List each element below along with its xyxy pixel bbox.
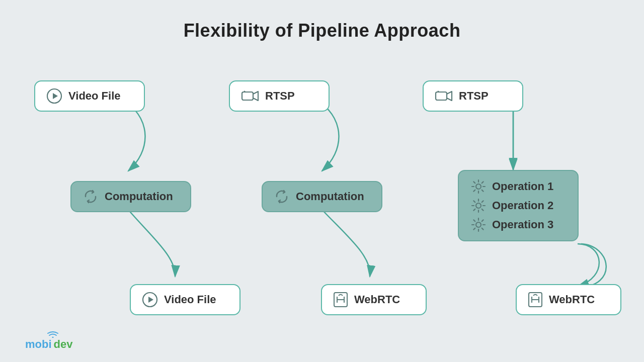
col2-process-node: Computation [262,181,382,212]
play-icon [46,88,62,104]
svg-point-21 [52,337,54,338]
refresh-icon-1 [83,189,99,205]
svg-rect-11 [436,92,447,100]
operation-1-label: Operation 1 [492,180,553,193]
col1-process-node: Computation [70,181,191,212]
col2-source-node: RTSP [229,80,330,112]
play-icon-2 [142,292,158,308]
operation-1-row: Operation 1 [471,179,553,194]
col1-source-node: Video File [34,80,145,112]
operation-2-label: Operation 2 [492,199,553,212]
col2-process-label: Computation [296,190,364,203]
logo: mobidev [25,338,72,351]
svg-marker-4 [148,297,153,303]
col3-output-label: WebRTC [549,293,595,306]
col1-process-label: Computation [105,190,173,203]
camera-icon-1 [241,89,259,103]
logo-mobi: mobi [25,338,52,351]
refresh-icon-2 [274,189,290,205]
webrtc-icon-1 [333,292,348,308]
gear-icon-2 [471,198,486,213]
col3-output-node: WebRTC [516,284,621,315]
page-title: Flexibility of Pipeline Approach [0,0,644,41]
operation-2-row: Operation 2 [471,198,553,213]
col1-output-node: Video File [130,284,240,315]
col3-source-label: RTSP [459,89,489,103]
col2-source-label: RTSP [265,89,295,103]
col1-source-label: Video File [68,89,121,103]
col1-output-label: Video File [164,293,216,306]
wifi-icon [47,331,58,338]
gear-icon-3 [471,217,486,232]
svg-point-13 [476,184,481,189]
logo-dev: dev [54,338,73,351]
svg-marker-2 [53,93,58,99]
operation-3-row: Operation 3 [471,217,553,232]
gear-icon-1 [471,179,486,194]
svg-point-14 [476,203,481,208]
col3-operations-node: Operation 1 Operation 2 Operation 3 [458,170,579,241]
svg-point-15 [476,222,481,227]
col2-output-node: WebRTC [321,284,427,315]
diagram-area: Video File Computation Video File [0,55,644,347]
col2-output-label: WebRTC [354,293,400,306]
col3-source-node: RTSP [423,80,523,112]
svg-rect-5 [242,92,253,100]
webrtc-icon-2 [528,292,543,308]
operation-3-label: Operation 3 [492,218,553,231]
camera-icon-2 [435,89,453,103]
